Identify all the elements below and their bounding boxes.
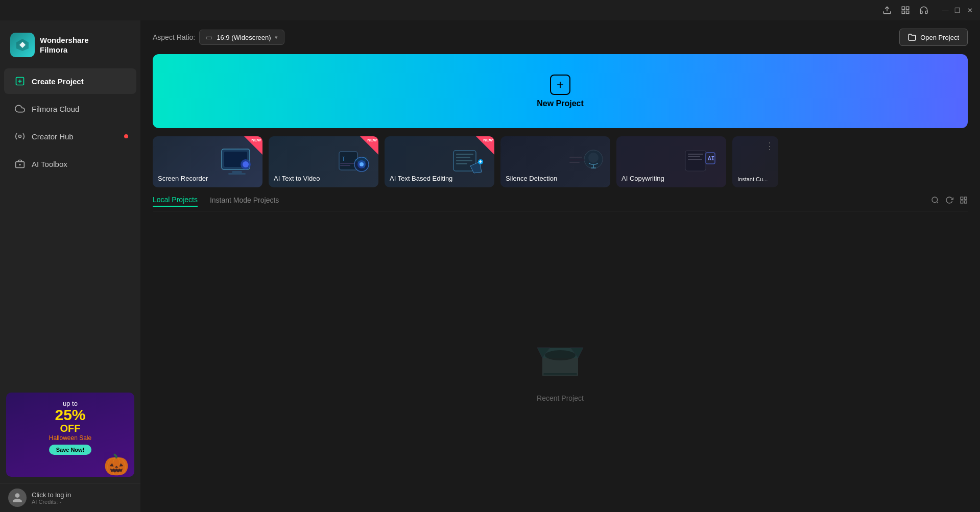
- sidebar-item-creator-hub[interactable]: Creator Hub: [4, 124, 136, 149]
- search-icon[interactable]: [931, 196, 939, 206]
- card-label: Silence Detection: [506, 175, 557, 182]
- empty-box-illustration: [532, 330, 588, 386]
- feature-card-ai-text-to-video[interactable]: NEW T AI Text to Video: [269, 136, 378, 187]
- ai-copywriting-icon: AI: [680, 144, 721, 180]
- card-label: AI Text to Video: [274, 175, 320, 182]
- minimize-button[interactable]: —: [941, 6, 949, 14]
- svg-rect-1: [906, 7, 909, 9]
- svg-rect-2: [902, 11, 904, 14]
- grid-view-icon[interactable]: [960, 196, 968, 206]
- close-button[interactable]: ✕: [966, 6, 974, 14]
- chevron-down-icon: ▾: [275, 34, 278, 41]
- plus-icon: +: [550, 75, 570, 95]
- ai-toolbox-icon: [14, 158, 26, 169]
- refresh-icon[interactable]: [945, 196, 953, 206]
- svg-rect-3: [906, 11, 909, 14]
- svg-rect-0: [902, 7, 904, 9]
- open-project-label: Open Project: [920, 34, 959, 41]
- window-controls: — ❐ ✕: [941, 6, 974, 14]
- aspect-ratio-value: 16:9 (Widescreen): [217, 34, 271, 41]
- silence-detection-icon: [564, 144, 605, 180]
- more-icon: ⋮: [765, 140, 774, 152]
- card-label: AI Copywriting: [622, 175, 664, 182]
- svg-text:AI: AI: [708, 155, 714, 162]
- svg-point-15: [243, 161, 249, 167]
- brand-name: Wondershare Filmora: [40, 35, 89, 55]
- svg-line-47: [937, 202, 938, 203]
- aspect-ratio-label: Aspect Ratio:: [153, 33, 195, 41]
- topbar: Aspect Ratio: ▭ 16:9 (Widescreen) ▾ Open…: [140, 20, 980, 54]
- svg-rect-37: [569, 159, 585, 161]
- folder-icon: [908, 33, 916, 41]
- card-label: AI Text Based Editing: [390, 175, 452, 182]
- svg-rect-39: [569, 157, 582, 158]
- svg-rect-26: [456, 154, 473, 155]
- sidebar-item-label: Filmora Cloud: [32, 105, 79, 113]
- card-label: Screen Recorder: [158, 175, 208, 182]
- user-avatar: [8, 489, 27, 507]
- svg-rect-41: [688, 154, 703, 155]
- maximize-button[interactable]: ❐: [953, 6, 962, 14]
- user-info: Click to log in AI Credits: -: [32, 491, 71, 505]
- svg-rect-29: [456, 163, 467, 164]
- sidebar-item-label: AI Toolbox: [32, 160, 67, 168]
- projects-tabs: Local Projects Instant Mode Projects: [153, 196, 968, 211]
- cloud-icon: [14, 103, 26, 114]
- svg-rect-49: [964, 197, 967, 200]
- svg-point-8: [19, 135, 21, 138]
- svg-rect-42: [688, 156, 700, 157]
- feature-card-ai-text-based-editing[interactable]: NEW AI Text Based Editing: [385, 136, 494, 187]
- svg-rect-27: [456, 157, 470, 158]
- svg-rect-51: [964, 201, 967, 203]
- projects-section: Local Projects Instant Mode Projects: [140, 196, 980, 512]
- ad-save-button[interactable]: Save Now!: [49, 445, 92, 455]
- tab-local-projects[interactable]: Local Projects: [153, 196, 198, 207]
- svg-point-34: [588, 153, 599, 163]
- ai-text-video-icon: T: [332, 144, 373, 180]
- svg-rect-38: [569, 162, 580, 163]
- svg-rect-17: [228, 173, 246, 175]
- new-project-inner: + New Project: [537, 75, 584, 108]
- sidebar-item-label: Create Project: [32, 77, 84, 86]
- aspect-ratio-selector: Aspect Ratio: ▭ 16:9 (Widescreen) ▾: [153, 30, 284, 45]
- svg-point-46: [932, 197, 938, 203]
- feature-card-screen-recorder[interactable]: NEW Screen Recorder: [153, 136, 262, 187]
- notification-dot: [124, 134, 128, 138]
- svg-rect-21: [340, 165, 350, 166]
- feature-card-instant-cut[interactable]: ⋮ Instant Cu...: [732, 136, 778, 187]
- screen-recorder-icon: [217, 144, 257, 180]
- card-label: Instant Cu...: [737, 176, 768, 182]
- svg-rect-20: [340, 163, 354, 164]
- user-area[interactable]: Click to log in AI Credits: -: [0, 483, 140, 512]
- create-project-icon: [14, 76, 26, 87]
- user-name: Click to log in: [32, 491, 71, 499]
- ad-percent-text: 25%: [13, 407, 127, 423]
- svg-rect-43: [688, 159, 702, 160]
- grid-icon[interactable]: [900, 5, 911, 15]
- sidebar-item-ai-toolbox[interactable]: AI Toolbox: [4, 151, 136, 177]
- empty-state: Recent Project: [153, 220, 968, 512]
- svg-rect-50: [961, 201, 963, 203]
- sidebar-item-create-project[interactable]: Create Project: [4, 68, 136, 94]
- ad-banner[interactable]: up to 25% OFF Halloween Sale Save Now! 🎃: [6, 393, 134, 477]
- svg-rect-28: [456, 160, 472, 161]
- ai-text-editing-icon: [448, 144, 489, 180]
- logo-area: Wondershare Filmora: [0, 29, 140, 67]
- sidebar-item-label: Creator Hub: [32, 132, 74, 141]
- headset-icon[interactable]: [919, 5, 929, 15]
- ad-sale-text: Halloween Sale: [13, 434, 127, 442]
- sidebar: Wondershare Filmora Create Project Fil: [0, 20, 140, 512]
- ad-off-text: OFF: [13, 423, 127, 434]
- empty-label: Recent Project: [537, 394, 584, 402]
- sidebar-item-filmora-cloud[interactable]: Filmora Cloud: [4, 96, 136, 121]
- app-logo: [10, 33, 35, 57]
- open-project-button[interactable]: Open Project: [899, 29, 968, 46]
- titlebar: — ❐ ✕: [0, 0, 980, 20]
- aspect-ratio-dropdown[interactable]: ▭ 16:9 (Widescreen) ▾: [199, 30, 284, 45]
- new-project-banner[interactable]: + New Project: [153, 54, 968, 128]
- feature-card-ai-copywriting[interactable]: AI AI Copywriting: [616, 136, 726, 187]
- feature-card-silence-detection[interactable]: Silence Detection: [500, 136, 610, 187]
- upload-icon[interactable]: [882, 5, 892, 15]
- tab-instant-mode[interactable]: Instant Mode Projects: [210, 196, 279, 206]
- creator-hub-icon: [14, 131, 26, 142]
